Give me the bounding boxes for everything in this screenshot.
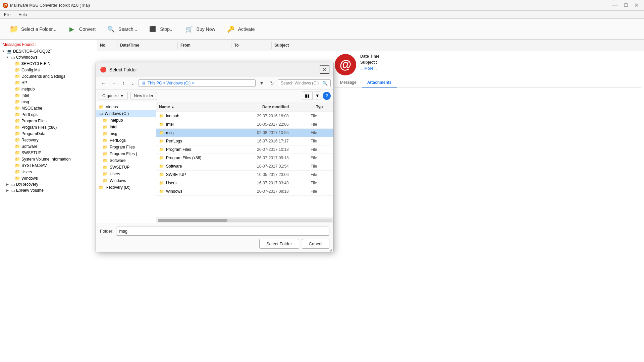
file-row[interactable]: 📁Software18-07-2017 01:54File <box>156 162 333 171</box>
organize-chevron-icon: ▼ <box>120 94 124 98</box>
nav-refresh-button[interactable]: ↻ <box>268 79 276 87</box>
menu-file[interactable]: File <box>3 12 12 18</box>
file-date: 18-07-2017 01:54 <box>257 164 311 169</box>
tree-item[interactable]: 📁Recovery <box>0 137 97 143</box>
more-link[interactable]: ⌄ More... <box>360 66 377 71</box>
tree-toggle-icon <box>9 157 13 161</box>
nav-up-button[interactable]: ↑ <box>120 79 127 87</box>
view-dropdown-button[interactable]: ▼ <box>314 92 321 100</box>
nav-path[interactable]: 🖥 This PC > Windows (C:) > <box>139 79 256 87</box>
view-button[interactable]: ▮▮ <box>302 92 313 100</box>
tree-item[interactable]: 📁SWSETUP <box>0 149 97 156</box>
modal-tree-item[interactable]: 📁 msg <box>96 130 156 137</box>
modal-tree-item-label: Windows <box>110 178 126 183</box>
select-folder-button[interactable]: Select Folder <box>259 239 299 249</box>
tree-item[interactable]: 📁PerfLogs <box>0 111 97 118</box>
tab-message[interactable]: Message <box>335 78 362 87</box>
menu-help[interactable]: Help <box>17 12 28 18</box>
resize-handle[interactable]: ◢ <box>329 248 333 252</box>
help-button[interactable]: ? <box>323 92 331 100</box>
file-row[interactable]: 📁SWSETUP10-05-2017 23:06File <box>156 171 333 179</box>
tree-item-label: Program Files (x86) <box>21 125 57 130</box>
file-row[interactable]: 📁Intel10-05-2017 22:06File <box>156 120 333 129</box>
tree-toggle-icon <box>9 144 13 148</box>
tree-item[interactable]: 📁Software <box>0 143 97 149</box>
folder-icon: 📁 <box>15 93 20 98</box>
modal-tree-item[interactable]: 📁 Windows <box>96 177 156 184</box>
tree-toggle-icon <box>9 100 13 104</box>
modal-tree-item[interactable]: 📁 Videos <box>96 104 156 110</box>
tree-item-label: Documents and Settings <box>21 74 65 79</box>
folder-input[interactable] <box>116 227 329 236</box>
tree-item[interactable]: 📁Users <box>0 169 97 175</box>
stop-button[interactable]: ⬛ Stop... <box>143 21 178 37</box>
modal-tree-item[interactable]: 📁 SWSETUP <box>96 164 156 171</box>
tree-item[interactable]: 📁Windows <box>0 175 97 181</box>
file-row[interactable]: 📁Windows26-07-2017 09:18File <box>156 187 333 196</box>
tree-item[interactable]: 📁Config.Msi <box>0 67 97 73</box>
file-row[interactable]: 📁PerfLogs16-07-2016 17:17File <box>156 137 333 145</box>
minimize-button[interactable]: — <box>611 2 619 8</box>
tree-item[interactable]: 📁msg <box>0 99 97 105</box>
modal-tree-item[interactable]: 📁 Recovery (D:) <box>96 184 156 191</box>
tree-item[interactable]: 📁SYSTEM.SAV <box>0 162 97 169</box>
file-name: 📁Windows <box>159 189 257 194</box>
scrollbar-thumb[interactable] <box>158 219 227 222</box>
tree-item[interactable]: 📁ProgramData <box>0 130 97 137</box>
horizontal-scrollbar[interactable] <box>156 218 333 223</box>
file-name-label: Program Files <box>166 147 191 152</box>
tree-item[interactable]: 📁MSOCache <box>0 105 97 111</box>
tree-item[interactable]: ▶🖴E:\New Volume <box>0 187 97 193</box>
file-name-label: PerfLogs <box>166 139 182 143</box>
select-folder-button[interactable]: 📁 Select a Folder... <box>4 21 61 37</box>
modal-tree-item[interactable]: 📁 PerfLogs <box>96 137 156 144</box>
files-col-type: Typ <box>313 104 333 110</box>
file-type: File <box>311 114 331 118</box>
tree-item[interactable]: 📁System Volume Information <box>0 156 97 162</box>
tree-item-label: $RECYCLE.BIN <box>21 61 51 66</box>
menu-bar: File Help <box>0 11 644 19</box>
file-row[interactable]: 📁Users16-07-2017 03:49File <box>156 179 333 187</box>
tree-item[interactable]: 📁Documents and Settings <box>0 73 97 79</box>
modal-tree-item[interactable]: 📁 inetpub <box>96 117 156 124</box>
folder-icon: 📁 <box>103 125 108 129</box>
activate-button[interactable]: 🔑 Activate <box>221 21 259 37</box>
files-header: Name ▲ Date modified Typ <box>156 102 333 112</box>
search-button[interactable]: 🔍 Search... <box>101 21 142 37</box>
tree-item[interactable]: 📁$RECYCLE.BIN <box>0 60 97 67</box>
modal-tree-item[interactable]: 📁 Software <box>96 157 156 164</box>
tree-item[interactable]: 📁inetpub <box>0 86 97 92</box>
nav-dropdown-button[interactable]: ▼ <box>257 79 266 87</box>
tab-attachments[interactable]: Attachments <box>362 78 397 87</box>
convert-button[interactable]: ▶ Convert <box>62 21 100 37</box>
file-row[interactable]: 📁Program Files26-07-2017 10:18File <box>156 145 333 154</box>
tree-item[interactable]: ▼💻DESKTOP-GFGQ32T <box>0 48 97 54</box>
file-date: 16-07-2016 17:17 <box>257 139 311 143</box>
modal-tree-item[interactable]: 📁 Users <box>96 171 156 177</box>
tree-item[interactable]: ▶🖴D:\Recovery <box>0 181 97 187</box>
modal-close-button[interactable]: ✕ <box>320 65 329 74</box>
modal-tree-item[interactable]: 📁 Intel <box>96 124 156 130</box>
tree-item[interactable]: 📁HP <box>0 79 97 86</box>
tree-item[interactable]: 📁Intel <box>0 92 97 99</box>
modal-tree-item[interactable]: 📁 Program Files <box>96 144 156 150</box>
new-folder-button[interactable]: New folder <box>130 92 157 100</box>
buy-now-button[interactable]: 🛒 Buy Now <box>179 21 220 37</box>
tree-item[interactable]: 📁Program Files <box>0 118 97 124</box>
file-row[interactable]: 📁msg02-08-2017 10:55File <box>156 129 333 137</box>
nav-recent-button[interactable]: ⌄ <box>128 79 137 87</box>
file-name: 📁Users <box>159 181 257 185</box>
close-button[interactable]: ✕ <box>633 2 640 8</box>
tree-item[interactable]: 📁Program Files (x86) <box>0 124 97 130</box>
maximize-button[interactable]: □ <box>623 2 629 8</box>
cancel-button[interactable]: Cancel <box>302 239 329 249</box>
modal-tree-item[interactable]: 📁 Program Files ( <box>96 150 156 157</box>
nav-back-button[interactable]: ← <box>99 79 108 87</box>
file-row[interactable]: 📁inetpub29-07-2016 18:08File <box>156 112 333 120</box>
nav-forward-button[interactable]: → <box>109 79 119 87</box>
file-row[interactable]: 📁Program Files (x86)26-07-2017 09:18File <box>156 154 333 162</box>
organize-button[interactable]: Organize ▼ <box>99 92 128 100</box>
tree-item[interactable]: ▼🖴C:\Windows <box>0 54 97 60</box>
modal-tree-item[interactable]: 🖴 Windows (C:) <box>96 110 156 117</box>
search-input[interactable] <box>281 81 321 85</box>
